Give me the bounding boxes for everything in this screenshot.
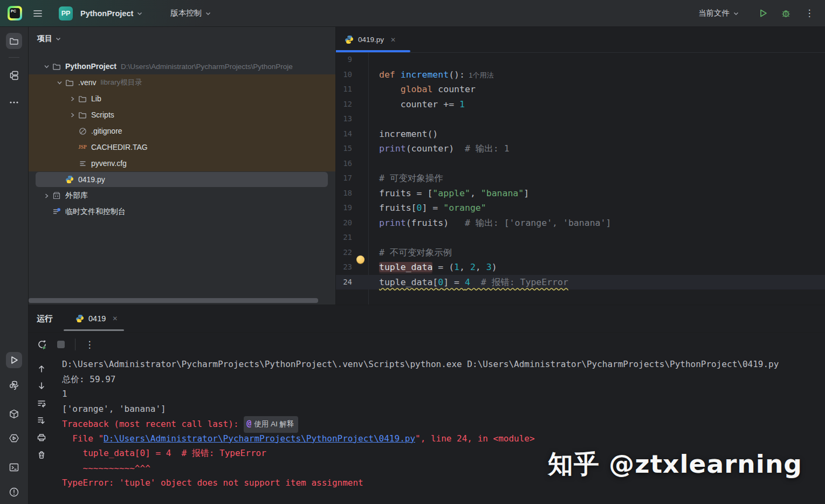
intention-bulb-icon[interactable] — [356, 256, 365, 264]
tree-item[interactable]: 临时文件和控制台 — [29, 204, 335, 220]
chevron-right-icon[interactable] — [67, 94, 78, 103]
project-horizontal-scrollbar[interactable] — [29, 298, 318, 303]
down-stack-trace-button[interactable] — [35, 379, 49, 392]
console-text: TypeError: 'tuple' object does not suppo… — [62, 478, 363, 488]
code-token: "banana" — [481, 188, 524, 198]
code-line[interactable]: 24tuple_data[0] = 4 # 报错: TypeError — [336, 275, 825, 290]
print-button[interactable] — [35, 431, 49, 444]
services-tool-button[interactable] — [6, 430, 22, 446]
python-icon — [9, 380, 19, 391]
chevron-down-icon[interactable] — [54, 78, 65, 87]
chevron-down-icon[interactable] — [41, 62, 52, 71]
explain-with-ai-button[interactable]: @使用 AI 解释 — [244, 416, 298, 433]
code-line[interactable]: 17# 可变对象操作 — [336, 171, 825, 186]
debug-button[interactable] — [778, 5, 794, 22]
run-tab[interactable]: 0419 ✕ — [75, 305, 118, 332]
chevron-down-icon — [204, 10, 212, 17]
more-options-icon[interactable]: ⋮ — [801, 5, 817, 22]
clear-console-button[interactable] — [35, 448, 49, 461]
play-icon — [758, 8, 768, 18]
code-line[interactable]: 12 counter += 1 — [336, 97, 825, 112]
explain-with-ai-label: 使用 AI 解释 — [254, 417, 294, 432]
code-token: # 可变对象操作 — [379, 173, 443, 183]
vcs-menu[interactable]: 版本控制 — [166, 5, 216, 22]
hamburger-menu-icon[interactable] — [30, 5, 46, 22]
tree-item[interactable]: 外部库 — [29, 188, 335, 204]
run-config-label: 当前文件 — [698, 8, 730, 18]
tree-item[interactable]: Lib — [29, 91, 335, 107]
folder-icon — [52, 62, 61, 71]
tab-close-icon[interactable]: ✕ — [390, 36, 396, 44]
console-text: 1 — [62, 389, 67, 399]
code-line[interactable]: 15print(counter) # 输出: 1 — [336, 141, 825, 156]
console-output[interactable]: D:\Users\Administrator\PycharmProjects\P… — [62, 357, 825, 504]
exclamation-circle-icon — [9, 487, 19, 498]
tree-item-label: .gitignore — [91, 127, 122, 135]
code-text: def increment(): 1个用法 — [352, 67, 493, 82]
tree-item-label: PythonProject — [65, 62, 116, 71]
scroll-to-end-button[interactable] — [35, 414, 49, 427]
code-line[interactable]: 23tuple_data = (1, 2, 3) — [336, 260, 825, 275]
editor-tab[interactable]: 0419.py ✕ — [336, 27, 402, 52]
tree-item[interactable]: JSPCACHEDIR.TAG — [29, 139, 335, 155]
code-token: fruits[ — [379, 203, 417, 213]
code-line[interactable]: 10def increment(): 1个用法 — [336, 67, 825, 82]
tree-item[interactable]: 0419.py — [29, 171, 335, 188]
stop-button[interactable] — [54, 337, 68, 351]
editor-area[interactable]: 0419.py ✕ 910def increment(): 1个用法11 glo… — [335, 27, 825, 305]
soft-wrap-button[interactable] — [35, 397, 49, 410]
tree-item-secondary: D:\Users\Administrator\PycharmProjects\P… — [121, 63, 293, 71]
code-text: tuple_data[0] = 4 # 报错: TypeError — [352, 275, 568, 290]
code-line[interactable]: 19fruits[0] = "orange" — [336, 201, 825, 216]
tree-item[interactable]: .gitignore — [29, 123, 335, 139]
code-line[interactable]: 22# 不可变对象示例 — [336, 245, 825, 260]
problems-tool-button[interactable] — [6, 484, 22, 500]
code-line[interactable]: 9 — [336, 52, 825, 67]
code-token: (): — [449, 70, 465, 80]
code-token: 1个用法 — [465, 71, 493, 79]
code-line[interactable]: 16 — [336, 156, 825, 171]
tree-item[interactable]: pyvenv.cfg — [29, 155, 335, 171]
code-token: counter — [432, 84, 475, 94]
project-panel: 项目 PythonProjectD:\Users\Administrator\P… — [29, 27, 335, 305]
structure-tool-button[interactable] — [6, 67, 22, 84]
project-selector-label: PythonProject — [80, 9, 133, 18]
traceback-file-link[interactable]: D:\Users\Administrator\PycharmProjects\P… — [104, 433, 415, 444]
python-console-tool-button[interactable] — [6, 377, 22, 393]
chevron-right-icon[interactable] — [41, 191, 52, 200]
code-line[interactable]: 11 global counter — [336, 82, 825, 97]
run-config-selector[interactable]: 当前文件 — [694, 5, 744, 22]
console-text: 总价: 59.97 — [62, 374, 115, 384]
code-line[interactable]: 20print(fruits) # 输出: ['orange', 'banana… — [336, 216, 825, 231]
up-stack-trace-button[interactable] — [35, 362, 49, 375]
code-line[interactable]: 14increment() — [336, 127, 825, 142]
folder-icon — [9, 36, 19, 46]
code-line[interactable]: 13 — [336, 112, 825, 127]
tree-item-label: pyvenv.cfg — [91, 159, 127, 168]
run-tool-button[interactable] — [6, 352, 22, 368]
code-line[interactable]: 18fruits = ["apple", "banana"] — [336, 186, 825, 201]
rerun-button[interactable] — [35, 337, 49, 351]
tree-item[interactable]: PythonProjectD:\Users\Administrator\Pych… — [29, 58, 335, 74]
terminal-tool-button[interactable] — [6, 459, 22, 475]
project-avatar: PP — [59, 6, 73, 20]
tree-item[interactable]: .venvlibrary根目录 — [29, 74, 335, 91]
line-number: 20 — [336, 216, 352, 231]
tree-item-label: CACHEDIR.TAG — [91, 143, 148, 151]
tab-close-icon[interactable]: ✕ — [112, 315, 118, 322]
python-packages-tool-button[interactable] — [6, 406, 22, 422]
folder-icon — [78, 94, 87, 103]
project-tool-button[interactable] — [6, 33, 22, 49]
chevron-right-icon[interactable] — [67, 111, 78, 119]
tree-item[interactable]: Scripts — [29, 107, 335, 123]
console-line: ['orange', 'banana'] — [62, 402, 825, 417]
code-area[interactable]: 910def increment(): 1个用法11 global counte… — [336, 52, 825, 305]
project-panel-header[interactable]: 项目 — [29, 27, 335, 51]
run-button[interactable] — [755, 5, 771, 22]
console-line: 1 — [62, 386, 825, 402]
code-line[interactable]: 21 — [336, 230, 825, 245]
more-tool-windows-button[interactable] — [6, 94, 22, 111]
console-more-options-icon[interactable]: ⋮ — [82, 337, 97, 351]
line-number: 16 — [336, 156, 352, 171]
project-selector[interactable]: PythonProject — [76, 6, 148, 21]
